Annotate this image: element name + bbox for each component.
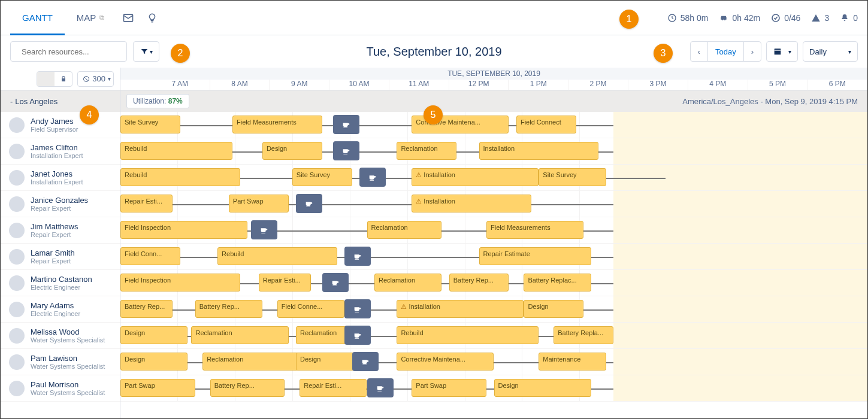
gantt-task[interactable]: Design bbox=[494, 379, 591, 397]
gantt-task[interactable]: Field Inspection bbox=[120, 274, 240, 292]
gantt-task[interactable]: Reclamation bbox=[202, 353, 300, 371]
avatar bbox=[9, 117, 25, 133]
left-header: 300 ▾ bbox=[1, 68, 120, 90]
lightbulb-icon[interactable] bbox=[140, 6, 164, 30]
resource-count-dropdown[interactable]: 300 ▾ bbox=[77, 71, 114, 87]
resource-title: Water Systems Specialist bbox=[31, 389, 105, 396]
break-block[interactable] bbox=[352, 352, 379, 371]
break-block[interactable] bbox=[333, 141, 359, 160]
hour-slot: 4 PM bbox=[688, 80, 748, 90]
gantt-task[interactable]: Maintenance bbox=[539, 353, 606, 371]
gantt-task[interactable]: Part Swap bbox=[120, 379, 195, 397]
bell-icon bbox=[840, 13, 849, 23]
resource-row[interactable]: Janet Jones Installation Expert bbox=[1, 165, 120, 191]
tab-gantt[interactable]: GANTT bbox=[10, 1, 65, 35]
resource-name: Martino Castanon bbox=[31, 275, 92, 284]
search-input-wrapper[interactable] bbox=[10, 41, 127, 62]
gantt-task[interactable]: Design bbox=[120, 326, 187, 344]
gantt-task[interactable]: Design bbox=[120, 353, 187, 371]
tab-map[interactable]: MAP⧉ bbox=[65, 1, 117, 35]
callout-4: 4 bbox=[80, 105, 99, 125]
resource-row[interactable]: Paul Morrison Water Systems Specialist bbox=[1, 375, 120, 402]
gantt-task[interactable]: Battery Rep... bbox=[195, 300, 262, 318]
break-block[interactable] bbox=[344, 299, 371, 318]
gantt-task[interactable]: Battery Rep... bbox=[449, 274, 509, 292]
gantt-task[interactable]: Repair Estimate bbox=[479, 247, 591, 265]
territory-row[interactable]: - Los Angeles bbox=[1, 90, 120, 112]
today-button[interactable]: Today bbox=[708, 42, 744, 61]
kpi-violations: 3 bbox=[811, 13, 829, 23]
resource-row[interactable]: Mary Adams Electric Engineer bbox=[1, 296, 120, 323]
resource-row[interactable]: Lamar Smith Repair Expert bbox=[1, 244, 120, 270]
search-input[interactable] bbox=[22, 47, 122, 56]
gantt-task[interactable]: Installation bbox=[412, 195, 531, 212]
gantt-task[interactable]: Reclamation bbox=[374, 274, 441, 292]
resource-row[interactable]: Andy James Field Supervisor bbox=[1, 112, 120, 138]
break-block[interactable] bbox=[333, 115, 359, 134]
gantt-task[interactable]: Reclamation bbox=[367, 221, 442, 239]
gantt-task[interactable]: Part Swap bbox=[229, 195, 289, 212]
prev-day-button[interactable]: ‹ bbox=[691, 42, 708, 61]
gantt-task[interactable]: Design bbox=[524, 300, 583, 318]
gantt-task[interactable]: Reclamation bbox=[397, 142, 456, 160]
gantt-task[interactable]: Battery Repla... bbox=[554, 326, 613, 344]
gantt-task[interactable]: Site Survey bbox=[292, 168, 352, 186]
resource-row[interactable]: James Clifton Installation Expert bbox=[1, 138, 120, 165]
chevron-down-icon: ▾ bbox=[848, 48, 851, 55]
gantt-task[interactable]: Field Measurements bbox=[232, 116, 322, 133]
gantt-task[interactable]: Reclamation bbox=[191, 326, 288, 344]
gantt-task[interactable]: Design bbox=[262, 142, 322, 160]
tab-map-label: MAP bbox=[77, 13, 96, 23]
gantt-task[interactable]: Battery Rep... bbox=[210, 379, 285, 397]
gantt-task[interactable]: Rebuild bbox=[120, 168, 240, 186]
view-mode-dropdown[interactable]: Daily ▾ bbox=[803, 41, 858, 62]
gantt-task[interactable]: Installation bbox=[412, 168, 539, 186]
gantt-task[interactable]: Repair Esti... bbox=[300, 379, 367, 397]
resource-row[interactable]: Jim Matthews Repair Expert bbox=[1, 217, 120, 244]
gantt-task[interactable]: Site Survey bbox=[120, 116, 180, 133]
resource-row[interactable]: Martino Castanon Electric Engineer bbox=[1, 270, 120, 296]
break-block[interactable] bbox=[367, 378, 394, 397]
callout-1: 1 bbox=[619, 10, 639, 29]
resource-row[interactable]: Pam Lawison Water Systems Specialist bbox=[1, 349, 120, 375]
kpi-time-value: 58h 0m bbox=[681, 13, 709, 23]
callout-5: 5 bbox=[424, 105, 443, 125]
gantt-task[interactable]: Corrective Maintena... bbox=[397, 353, 494, 371]
resource-row[interactable]: Melissa Wood Water Systems Specialist bbox=[1, 323, 120, 349]
gantt-task[interactable]: Installation bbox=[397, 300, 524, 318]
gantt-task[interactable]: Field Conn... bbox=[120, 247, 180, 265]
gantt-task[interactable]: Rebuild bbox=[397, 326, 539, 344]
gantt-task[interactable]: Field Connect bbox=[516, 116, 576, 133]
gantt-task[interactable]: Reclamation bbox=[296, 326, 348, 344]
block-icon bbox=[83, 75, 90, 83]
gantt-task[interactable]: Field Inspection bbox=[120, 221, 247, 239]
date-title: Tue, September 10, 2019 bbox=[366, 45, 501, 59]
gantt-task[interactable]: Installation bbox=[479, 142, 599, 160]
calendar-dropdown[interactable]: ▾ bbox=[766, 41, 798, 62]
car-icon bbox=[719, 13, 728, 23]
break-block[interactable] bbox=[322, 273, 349, 292]
gantt-task[interactable]: Field Measurements bbox=[486, 221, 583, 239]
break-block[interactable] bbox=[344, 326, 371, 345]
gantt-task[interactable]: Rebuild bbox=[120, 142, 232, 160]
resource-row[interactable]: Janice Gonzales Repair Expert bbox=[1, 191, 120, 217]
break-block[interactable] bbox=[296, 194, 322, 213]
utilization-badge: Utilization: 87% bbox=[126, 94, 189, 108]
gantt-task[interactable]: Design bbox=[296, 353, 356, 371]
gantt-task[interactable]: Battery Replac... bbox=[524, 274, 591, 292]
break-block[interactable] bbox=[251, 220, 277, 239]
lock-toggle[interactable] bbox=[37, 71, 72, 87]
filter-button[interactable]: ▾ bbox=[133, 41, 159, 62]
gantt-task[interactable]: Battery Rep... bbox=[120, 300, 173, 318]
gantt-task[interactable]: Repair Esti... bbox=[120, 195, 173, 212]
gantt-task[interactable]: Part Swap bbox=[412, 379, 486, 397]
break-block[interactable] bbox=[359, 168, 386, 187]
gantt-task[interactable]: Site Survey bbox=[539, 168, 606, 186]
gantt-task[interactable]: Field Conne... bbox=[277, 300, 344, 318]
gantt-task[interactable]: Repair Esti... bbox=[259, 274, 311, 292]
break-block[interactable] bbox=[344, 247, 371, 266]
mail-icon[interactable] bbox=[116, 6, 140, 30]
gantt-task[interactable]: Rebuild bbox=[217, 247, 337, 265]
resource-name: Janice Gonzales bbox=[31, 196, 88, 205]
next-day-button[interactable]: › bbox=[744, 42, 761, 61]
